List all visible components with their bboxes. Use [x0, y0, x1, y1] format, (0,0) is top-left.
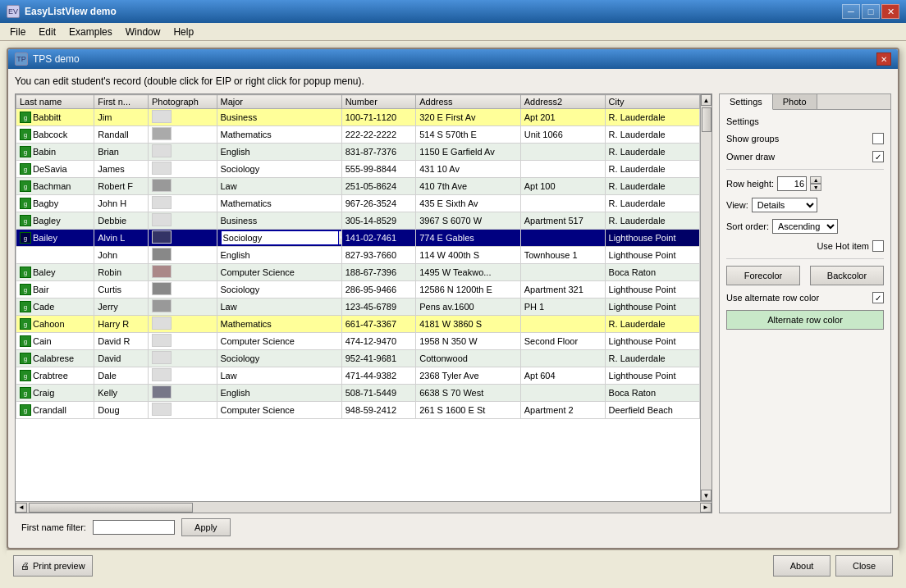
owner-draw-label: Owner draw — [726, 152, 775, 162]
print-icon: 🖨 — [21, 561, 30, 571]
settings-panel: Settings Photo Settings Show groups Owne… — [719, 93, 891, 513]
table-row[interactable]: gBabcock Randall Mathematics 222-22-2222… — [16, 126, 700, 144]
spinner-up[interactable]: ▲ — [810, 176, 821, 184]
col-last-name[interactable]: Last name — [16, 95, 94, 109]
view-select[interactable]: Details List Report Tile Icon — [752, 198, 817, 212]
hot-item-checkbox[interactable] — [872, 240, 884, 252]
settings-divider-2 — [726, 258, 884, 259]
show-groups-row: Show groups — [726, 133, 884, 144]
col-number[interactable]: Number — [341, 95, 416, 109]
vertical-scrollbar[interactable]: ▲ ▼ — [700, 94, 712, 501]
scroll-left-button[interactable]: ◄ — [16, 503, 27, 513]
menu-edit[interactable]: Edit — [32, 25, 62, 39]
view-row: View: Details List Report Tile Icon — [726, 198, 884, 212]
table-panel: Last name First n... Photograph Major Nu… — [15, 93, 712, 513]
sort-order-select[interactable]: Ascending Descending — [772, 219, 838, 234]
alt-row-color-checkbox[interactable] — [872, 292, 884, 303]
footer-right: About Close — [773, 555, 893, 577]
table-row[interactable]: gBachman Robert F Law 251-05-8624 410 7t… — [16, 178, 700, 195]
table-row[interactable]: gCraig Kelly English 508-71-5449 6638 S … — [16, 385, 700, 402]
spinner-down[interactable]: ▼ — [810, 184, 821, 191]
table-row[interactable]: gBabbitt Jim Business 100-71-1120 320 E … — [16, 109, 700, 126]
backcolor-button[interactable]: Backcolor — [810, 266, 884, 285]
dialog-body: You can edit student's record (double cl… — [8, 69, 898, 548]
menu-bar: File Edit Examples Window Help — [0, 23, 906, 41]
menu-examples[interactable]: Examples — [62, 25, 119, 39]
dialog-title: TPS demo — [33, 53, 80, 65]
menu-file[interactable]: File — [3, 25, 32, 39]
major-combobox-input[interactable] — [221, 230, 339, 245]
table-row[interactable]: gCahoon Harry R Mathematics 661-47-3367 … — [16, 316, 700, 333]
print-preview-label: Print preview — [33, 561, 85, 571]
forecolor-button[interactable]: Forecolor — [726, 266, 800, 285]
settings-content: Settings Show groups Owner draw — [720, 110, 890, 513]
settings-tabs: Settings Photo — [720, 94, 890, 110]
app-title: EasyListView demo — [25, 6, 117, 17]
alt-row-color-label: Use alternate row color — [726, 293, 819, 303]
h-scroll-thumb[interactable] — [29, 503, 193, 513]
table-scroll[interactable]: Last name First n... Photograph Major Nu… — [16, 94, 700, 501]
menu-help[interactable]: Help — [167, 25, 200, 39]
table-row-selected[interactable]: gBailey Alvin L ▼ — [16, 230, 700, 247]
table-row[interactable]: gBabin Brian English 831-87-7376 1150 E … — [16, 144, 700, 161]
filter-label: First name filter: — [21, 522, 86, 532]
table-row[interactable]: gBagley Debbie Business 305-14-8529 3967… — [16, 212, 700, 230]
dialog-icon: TP — [15, 52, 28, 66]
col-major[interactable]: Major — [217, 95, 341, 109]
col-city[interactable]: City — [605, 95, 699, 109]
table-row[interactable]: gCrabtree Dale Law 471-44-9382 2368 Tyle… — [16, 367, 700, 385]
table-row[interactable]: gBagby John H Mathematics 967-26-3524 43… — [16, 195, 700, 212]
data-table: Last name First n... Photograph Major Nu… — [16, 94, 700, 419]
col-photograph[interactable]: Photograph — [148, 95, 217, 109]
dialog-content: Last name First n... Photograph Major Nu… — [15, 93, 891, 513]
table-row[interactable]: gCain David R Computer Science 474-12-94… — [16, 333, 700, 350]
table-row[interactable]: gCade Jerry Law 123-45-6789 Pens av.1600… — [16, 299, 700, 316]
filter-input[interactable] — [93, 520, 175, 535]
alt-row-color-row: Use alternate row color — [726, 292, 884, 303]
table-row[interactable]: John English English Computer Science So… — [16, 247, 700, 264]
about-button[interactable]: About — [773, 555, 830, 577]
title-bar: EV EasyListView demo ─ □ ✕ — [0, 0, 906, 23]
table-row[interactable]: gCalabrese David Sociology 952-41-9681 C… — [16, 350, 700, 367]
col-first-name[interactable]: First n... — [94, 95, 149, 109]
scroll-down-button[interactable]: ▼ — [701, 490, 712, 501]
dialog-close-button[interactable]: ✕ — [876, 52, 891, 66]
close-button[interactable]: Close — [835, 555, 893, 577]
row-height-input[interactable] — [777, 176, 807, 191]
footer-bar: 🖨 Print preview About Close — [7, 549, 899, 581]
scroll-right-button[interactable]: ► — [700, 503, 712, 513]
col-address[interactable]: Address — [416, 95, 520, 109]
col-address2[interactable]: Address2 — [520, 95, 605, 109]
minimize-button[interactable]: ─ — [842, 4, 860, 19]
owner-draw-checkbox[interactable] — [872, 151, 884, 162]
print-preview-button[interactable]: 🖨 Print preview — [13, 555, 93, 577]
table-row[interactable]: gBair Curtis Sociology 286-95-9466 12586… — [16, 281, 700, 299]
dialog-instruction: You can edit student's record (double cl… — [15, 75, 891, 87]
horizontal-scrollbar[interactable]: ◄ ► — [16, 501, 712, 513]
main-area: TP TPS demo ✕ You can edit student's rec… — [0, 41, 906, 588]
row-height-label: Row height: — [726, 179, 774, 189]
view-label: View: — [726, 200, 748, 210]
scroll-thumb[interactable] — [702, 107, 712, 132]
apply-button[interactable]: Apply — [181, 518, 231, 536]
show-groups-checkbox[interactable] — [872, 133, 884, 144]
table-row[interactable]: gCrandall Doug Computer Science 948-59-2… — [16, 402, 700, 419]
menu-window[interactable]: Window — [119, 25, 167, 39]
maximize-button[interactable]: □ — [862, 4, 880, 19]
table-row[interactable]: gDeSavia James Sociology 555-99-8844 431… — [16, 161, 700, 178]
scroll-up-button[interactable]: ▲ — [701, 94, 712, 106]
hot-item-label: Use Hot item — [817, 241, 869, 251]
tab-photo[interactable]: Photo — [773, 94, 817, 109]
tab-settings[interactable]: Settings — [720, 94, 773, 110]
dialog-title-bar: TP TPS demo ✕ — [8, 49, 898, 69]
app-icon: EV — [7, 5, 20, 18]
table-row[interactable]: gBaley Robin Computer Science 188-67-739… — [16, 264, 700, 281]
dialog-window: TP TPS demo ✕ You can edit student's rec… — [7, 48, 899, 549]
close-app-button[interactable]: ✕ — [881, 4, 899, 19]
major-combobox-button[interactable]: ▼ — [339, 230, 342, 245]
owner-draw-row: Owner draw — [726, 151, 884, 162]
sort-order-row: Sort order: Ascending Descending — [726, 219, 884, 234]
hot-item-row: Use Hot item — [726, 240, 884, 252]
color-buttons-row: Forecolor Backcolor — [726, 266, 884, 285]
alternate-row-color-button[interactable]: Alternate row color — [726, 310, 884, 330]
